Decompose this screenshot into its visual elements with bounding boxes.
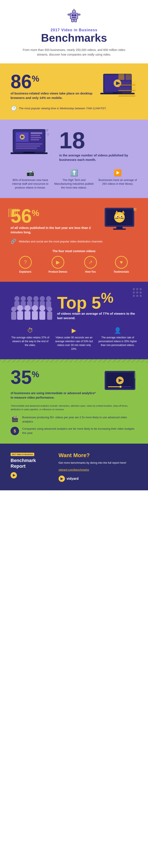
stat-35-desc: of businesses are using intermediate or … xyxy=(10,391,97,400)
svg-point-74 xyxy=(32,305,38,311)
svg-point-0 xyxy=(72,10,76,13)
svg-rect-6 xyxy=(72,17,76,18)
svg-marker-33 xyxy=(47,133,50,136)
section-35: 35% of businesses are using intermediate… xyxy=(0,359,148,444)
svg-point-78 xyxy=(47,307,52,312)
section-56: 56% of all videos published in the last … xyxy=(0,198,148,282)
svg-rect-79 xyxy=(47,312,52,320)
svg-rect-3 xyxy=(70,13,78,19)
svg-point-68 xyxy=(11,307,16,312)
footer-right: Want More? Get more benchmarks by diving… xyxy=(59,452,138,482)
svg-rect-50 xyxy=(116,227,123,228)
dp-stat-1: ⏱ The average video retains 37% of viewe… xyxy=(10,327,50,351)
header-title: Benchmarks xyxy=(13,32,135,43)
orange-footer: 🔗 Websites and social are the most popul… xyxy=(10,239,138,244)
svg-rect-24 xyxy=(31,135,40,136)
footer-note: The most popular viewing time is Wednesd… xyxy=(19,107,106,110)
deco-lines xyxy=(8,209,18,217)
svg-rect-71 xyxy=(17,311,23,320)
green-bottom-text-1: Businesses producing 50+ videos per year… xyxy=(22,415,138,424)
four-videos-title: The four most common videos xyxy=(10,249,138,253)
svg-rect-28 xyxy=(16,146,40,147)
svg-rect-27 xyxy=(16,143,42,145)
testimonials-label: Testimonials xyxy=(114,270,129,273)
svg-marker-32 xyxy=(46,129,49,132)
play-circle-icon: ▶ xyxy=(54,327,94,334)
how-tos-icon: ↗ xyxy=(84,256,97,269)
stat-86-desc: of business-related video views take pla… xyxy=(10,91,93,100)
svg-point-64 xyxy=(40,296,45,301)
svg-point-62 xyxy=(33,296,38,301)
footer-section: 2017 Video in Business BenchmarkReport W… xyxy=(0,444,148,490)
footer-badge: 2017 Video in Business xyxy=(10,453,34,456)
svg-point-72 xyxy=(25,305,30,311)
stat-56: 56% xyxy=(10,207,99,225)
dp-stat-2: ▶ Videos under 90 seconds see an average… xyxy=(54,327,94,351)
four-videos-grid: ? Explaners ▶ Product Demos ↗ How-Tos ♥ … xyxy=(10,256,138,273)
stat-35: 35% xyxy=(10,368,97,387)
svg-point-45 xyxy=(119,217,120,219)
svg-point-53 xyxy=(135,208,137,210)
four-videos: The four most common videos ? Explaners … xyxy=(10,249,138,273)
vidyard-logo: ▶ vidyard xyxy=(59,475,138,482)
svg-point-2 xyxy=(73,8,75,9)
vidyard-logo-left xyxy=(10,472,50,479)
video-type-testimonials: ♥ Testimonials xyxy=(114,256,129,273)
vidyard-name: vidyard xyxy=(67,477,79,480)
stat-top5-desc: of videos retain an average of 77% of vi… xyxy=(57,311,138,320)
purple-stat-3: ▶️ Businesses have an average of 293 vid… xyxy=(98,169,138,190)
laptop-left-illustration xyxy=(10,128,53,163)
svg-rect-23 xyxy=(31,132,42,134)
person-icon: 👤 xyxy=(98,327,138,334)
dp-stat-3: 👤 The average retention rate of personal… xyxy=(98,327,138,351)
dark-purple-stats: ⏱ The average video retains 37% of viewe… xyxy=(10,327,138,351)
section-top5: Top 5% of videos retain an average of 77… xyxy=(0,282,148,359)
stat-top5: Top 5% xyxy=(57,291,138,311)
svg-rect-73 xyxy=(25,311,30,320)
deco-wave-top xyxy=(0,359,148,363)
camera-icon: 📷 xyxy=(10,169,50,177)
purple-stat-1: 📷 85% of businesses now have internal st… xyxy=(10,169,50,190)
svg-rect-77 xyxy=(39,311,45,320)
svg-point-60 xyxy=(27,296,32,301)
svg-rect-9 xyxy=(71,19,73,22)
svg-point-54 xyxy=(134,210,135,211)
svg-point-76 xyxy=(39,305,45,311)
svg-point-66 xyxy=(46,296,51,301)
footer-link[interactable]: vidyard.com/benchmarks xyxy=(59,468,138,471)
svg-rect-25 xyxy=(31,137,41,138)
monitor-illustration xyxy=(103,207,138,234)
footer-left: 2017 Video in Business BenchmarkReport xyxy=(10,452,50,479)
svg-point-56 xyxy=(14,296,20,301)
svg-point-43 xyxy=(117,216,118,217)
svg-point-55 xyxy=(135,210,137,211)
svg-rect-4 xyxy=(72,14,74,16)
clock-icon: 🕐 xyxy=(10,106,16,111)
svg-point-52 xyxy=(134,208,135,210)
video-type-explaners: ? Explaners xyxy=(19,256,32,273)
svg-point-70 xyxy=(17,305,23,311)
svg-rect-69 xyxy=(11,312,16,320)
svg-point-44 xyxy=(121,216,122,217)
laptop-illustration xyxy=(99,72,138,100)
stat-56-desc: of all videos published in the last year… xyxy=(10,225,99,235)
stat-18-desc: is the average number of videos publishe… xyxy=(59,153,138,162)
orange-footer-note: Websites and social are the most popular… xyxy=(19,240,103,243)
green-bottom-text-2: Companies using advanced analytics are f… xyxy=(22,427,138,435)
green-footnote: *Intermediate and advanced analytics inc… xyxy=(10,404,138,411)
stat-18: 18 xyxy=(59,129,138,152)
dollar-icon: $ xyxy=(10,427,19,435)
section-86: 86% of business-related video views take… xyxy=(0,63,148,120)
svg-rect-8 xyxy=(78,14,80,15)
svg-rect-31 xyxy=(23,152,35,153)
svg-point-86 xyxy=(119,386,122,388)
green-bottom-1: 🎬 Businesses producing 50+ videos per ye… xyxy=(10,415,138,424)
svg-rect-26 xyxy=(31,139,39,140)
svg-rect-85 xyxy=(108,386,120,387)
stat-86: 86% xyxy=(10,72,93,91)
robot-icon xyxy=(13,8,135,26)
timer-icon: ⏱ xyxy=(10,327,50,334)
want-more-heading: Want More? xyxy=(59,452,138,459)
header-description: From more than 500 businesses, nearly 25… xyxy=(21,48,127,57)
video-illustration xyxy=(103,368,138,395)
